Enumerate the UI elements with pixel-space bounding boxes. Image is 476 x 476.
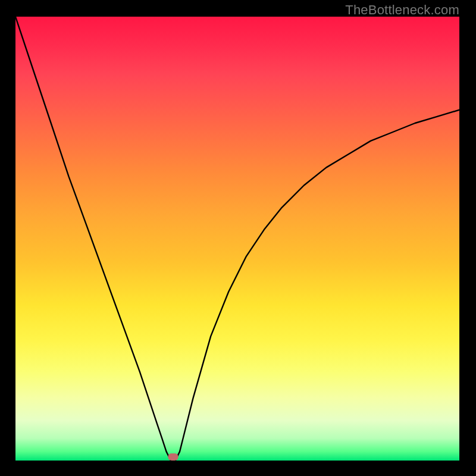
watermark-text: TheBottleneck.com — [345, 2, 459, 18]
optimal-marker — [168, 453, 178, 461]
bottleneck-curve — [15, 17, 459, 461]
plot-area — [15, 17, 459, 461]
chart-frame: TheBottleneck.com — [0, 0, 476, 476]
